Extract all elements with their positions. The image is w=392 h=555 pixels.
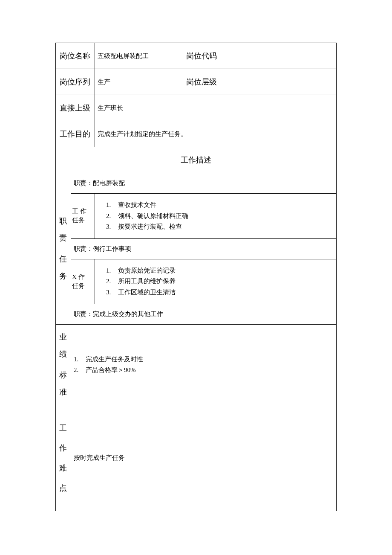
duty1-title: 职责：配电屏装配 bbox=[71, 173, 336, 194]
position-series-label: 岗位序列 bbox=[56, 69, 95, 95]
list-item: 3.按要求进行装配、检查 bbox=[106, 221, 334, 232]
row-duty3-title: 职责：完成上级交办的其他工作 bbox=[56, 304, 337, 325]
duty1-task-label: 工 作 任务 bbox=[71, 194, 95, 239]
position-code-label: 岗位代码 bbox=[174, 43, 229, 69]
duties-label-line2: 任务 bbox=[57, 251, 70, 285]
list-item: 2.所用工具的维护保养 bbox=[106, 276, 334, 287]
duty2-task-label: X 作 任务 bbox=[71, 259, 95, 304]
row-position-series: 岗位序列 生产 岗位层级 bbox=[56, 69, 337, 95]
purpose-label: 工作目的 bbox=[56, 121, 95, 147]
row-duty2-title: 职责：例行工作事项 bbox=[56, 238, 337, 259]
difficulty-value: 按时完成生产任务 bbox=[71, 405, 336, 511]
purpose-value: 完成生产计划指定的生产任务。 bbox=[95, 121, 336, 147]
supervisor-value: 生产班长 bbox=[95, 95, 336, 121]
duties-label-line1: 职责 bbox=[57, 213, 70, 247]
row-duty1-tasks: 工 作 任务 1.查收技术文件 2.领料、确认原辅材料正确 3.按要求进行装配、… bbox=[56, 194, 337, 239]
position-series-value: 生产 bbox=[95, 69, 174, 95]
position-level-value bbox=[229, 69, 337, 95]
difficulty-label: 工 作 难 点 bbox=[56, 405, 71, 511]
position-name-value: 五级配电屏装配工 bbox=[95, 43, 174, 69]
position-name-label: 岗位名称 bbox=[56, 43, 95, 69]
duty1-tasks: 1.查收技术文件 2.领料、确认原辅材料正确 3.按要求进行装配、检查 bbox=[95, 194, 336, 239]
row-difficulty: 工 作 难 点 按时完成生产任务 bbox=[56, 405, 337, 511]
list-item: 3.工作区域的卫生清洁 bbox=[106, 287, 334, 298]
row-position-name: 岗位名称 五级配电屏装配工 岗位代码 bbox=[56, 43, 337, 69]
row-supervisor: 直接上级 生产班长 bbox=[56, 95, 337, 121]
row-description-header: 工作描述 bbox=[56, 147, 337, 173]
position-code-value bbox=[229, 43, 337, 69]
row-standards: 业绩 标准 1.完成生产任务及时性 2.产品合格率＞90% bbox=[56, 325, 337, 405]
list-item: 1.负责原始凭证的记录 bbox=[106, 265, 334, 276]
row-purpose: 工作目的 完成生产计划指定的生产任务。 bbox=[56, 121, 337, 147]
supervisor-label: 直接上级 bbox=[56, 95, 95, 121]
duties-label: 职责 任务 bbox=[56, 173, 71, 325]
list-item: 1.查收技术文件 bbox=[106, 200, 334, 211]
row-duty1-title: 职责 任务 职责：配电屏装配 bbox=[56, 173, 337, 194]
position-level-label: 岗位层级 bbox=[174, 69, 229, 95]
description-header: 工作描述 bbox=[56, 147, 337, 173]
list-item: 2.领料、确认原辅材料正确 bbox=[106, 211, 334, 222]
duty2-tasks: 1.负责原始凭证的记录 2.所用工具的维护保养 3.工作区域的卫生清洁 bbox=[95, 259, 336, 304]
duty3-title: 职责：完成上级交办的其他工作 bbox=[71, 304, 336, 325]
standards-content: 1.完成生产任务及时性 2.产品合格率＞90% bbox=[71, 325, 336, 405]
list-item: 2.产品合格率＞90% bbox=[74, 365, 334, 376]
standards-label: 业绩 标准 bbox=[56, 325, 71, 405]
duty2-title: 职责：例行工作事项 bbox=[71, 238, 336, 259]
row-duty2-tasks: X 作 任务 1.负责原始凭证的记录 2.所用工具的维护保养 3.工作区域的卫生… bbox=[56, 259, 337, 304]
list-item: 1.完成生产任务及时性 bbox=[74, 354, 334, 365]
job-description-table: 岗位名称 五级配电屏装配工 岗位代码 岗位序列 生产 岗位层级 直接上级 生产班… bbox=[55, 43, 337, 511]
